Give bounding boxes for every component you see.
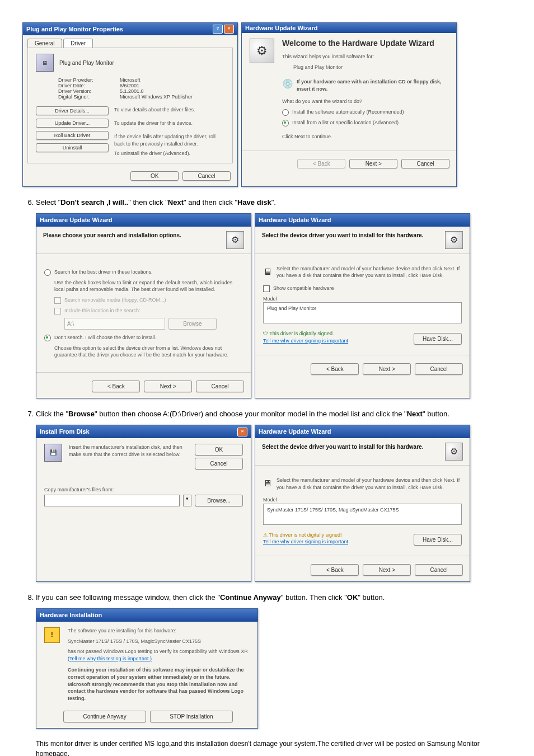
wizard-icon: ⚙ [445, 231, 463, 249]
warn-line4: Continuing your installation of this sof… [68, 666, 250, 702]
update-driver-button[interactable]: Update Driver... [36, 119, 109, 128]
have-disk-button[interactable]: Have Disk... [414, 333, 462, 345]
ok-button[interactable]: OK [130, 171, 179, 181]
cd-icon: 💿 [282, 78, 293, 92]
wizard-icon: ⚙ [226, 231, 244, 249]
date-value: 6/6/2001 [120, 83, 139, 88]
dialog-heading: Please choose your search and installati… [43, 231, 219, 249]
cancel-button[interactable]: Cancel [401, 159, 449, 168]
model-list[interactable]: SyncMaster 171S/ 175S/ 170S, MagicSyncMa… [263, 504, 462, 525]
search-options-dialog: Hardware Update Wizard Please choose you… [36, 213, 251, 398]
select-desc: Select the manufacturer and model of you… [277, 477, 462, 491]
browse-button[interactable]: Browse... [195, 495, 243, 506]
help-icon[interactable]: ? [213, 25, 223, 34]
step-8: If you can see following message window,… [36, 592, 515, 756]
select-desc: Select the manufacturer and model of you… [277, 265, 462, 279]
dropdown-icon[interactable]: ▾ [183, 495, 191, 506]
wizard-welcome-dialog: Hardware Update Wizard ⚙ Welcome to the … [241, 22, 457, 187]
radio-dontsearch[interactable] [44, 335, 51, 341]
opt-dontsearch-desc: Choose this option to select the device … [54, 345, 243, 359]
warn-line3: has not passed Windows Logo testing to v… [68, 648, 250, 655]
browse-button: Browse [168, 318, 217, 330]
step-8-text: If you can see following message window,… [36, 593, 385, 602]
close-icon[interactable]: × [237, 428, 247, 436]
warn-link[interactable]: (Tell me why this testing is important.) [68, 655, 250, 663]
select-driver-dialog-2: Hardware Update Wizard Select the device… [255, 425, 470, 581]
info-icon: 🖥 [263, 477, 272, 491]
wizard-question: What do you want the wizard to do? [282, 98, 448, 105]
shield-icon: 🛡 [263, 331, 269, 336]
chk-compat[interactable] [263, 285, 270, 292]
wizard-heading: Welcome to the Hardware Update Wizard [282, 39, 448, 48]
driver-details-button[interactable]: Driver Details... [36, 106, 109, 115]
back-button[interactable]: < Back [311, 564, 359, 576]
model-item[interactable]: SyncMaster 171S/ 175S/ 170S, MagicSyncMa… [267, 507, 399, 513]
rollback-driver-button[interactable]: Roll Back Driver [36, 131, 109, 140]
radio-auto[interactable] [282, 109, 289, 116]
signing-link[interactable]: Tell me why driver signing is important [263, 337, 348, 345]
uninstall-button[interactable]: Uninstall [36, 143, 109, 152]
chk-media [54, 297, 61, 304]
provider-value: Microsoft [120, 77, 140, 83]
wizard-line2: Plug and Play Monitor [293, 64, 448, 71]
next-button[interactable]: Next > [144, 381, 192, 392]
chk-location [54, 308, 61, 314]
floppy-icon: 💾 [44, 444, 62, 462]
dialog-title: Install From Disk [40, 427, 90, 436]
step-6: Select "Don't search ,I will.." then cli… [36, 197, 515, 398]
copy-from-label: Copy manufacturer's files from: [44, 486, 243, 494]
cancel-button[interactable]: Cancel [182, 171, 231, 181]
next-button[interactable]: Next > [363, 564, 411, 576]
have-disk-button[interactable]: Have Disk... [414, 534, 462, 546]
path-input: A:\ [64, 318, 165, 330]
close-icon[interactable]: × [224, 25, 234, 34]
model-list[interactable]: Plug and Play Monitor [263, 302, 462, 323]
wizard-title-bar: Hardware Update Wizard [242, 23, 456, 33]
cancel-button[interactable]: Cancel [415, 564, 463, 576]
properties-title-bar: Plug and Play Monitor Properties ? × [23, 23, 237, 35]
tab-driver[interactable]: Driver [63, 39, 93, 48]
wizard-line1: This wizard helps you install software f… [282, 53, 448, 60]
next-button[interactable]: Next > [349, 159, 397, 168]
cancel-button[interactable]: Cancel [196, 381, 244, 392]
monitor-icon: 🖥 [36, 54, 54, 72]
step-8-note: This monitor driver is under certified M… [36, 739, 515, 756]
next-button[interactable]: Next > [363, 363, 411, 375]
uninstall-desc: To uninstall the driver (Advanced). [114, 150, 224, 157]
path-input[interactable] [44, 495, 180, 506]
update-desc: To update the driver for this device. [114, 120, 224, 133]
warn-line2: SyncMaster 171S/ 175S / 170S, MagicSyncM… [68, 638, 250, 645]
stop-installation-button[interactable]: STOP Installation [150, 711, 233, 722]
cancel-button[interactable]: Cancel [415, 363, 463, 375]
ok-button[interactable]: OK [195, 444, 243, 456]
back-button[interactable]: < Back [311, 363, 359, 375]
warn-line1: The software you are installing for this… [68, 627, 250, 635]
radio-search[interactable] [44, 269, 51, 276]
dialog-title: Plug and Play Monitor Properties [26, 26, 123, 32]
properties-dialog: Plug and Play Monitor Properties ? × Gen… [22, 22, 238, 187]
chk-location-label: Include this location in the search: [64, 307, 140, 314]
continue-anyway-button[interactable]: Continue Anyway [63, 711, 146, 722]
device-name: Plug and Play Monitor [59, 60, 114, 66]
model-item[interactable]: Plug and Play Monitor [267, 306, 316, 311]
opt-advanced: Install from a list or specific location… [292, 119, 399, 126]
dialog-title: Hardware Update Wizard [245, 25, 318, 31]
warning-icon: ! [44, 627, 60, 643]
provider-label: Driver Provider: [58, 77, 120, 83]
signed-text: This driver is digitally signed. [269, 331, 334, 336]
tab-general[interactable]: General [27, 39, 62, 48]
model-label: Model [263, 496, 462, 504]
cd-hint: If your hardware came with an installati… [297, 78, 448, 92]
dialog-heading: Select the device driver you want to ins… [262, 231, 438, 249]
install-from-disk-dialog: Install From Disk × 💾 Insert the manufac… [36, 425, 251, 581]
back-button[interactable]: < Back [92, 381, 140, 392]
warning-icon: ⚠ [263, 532, 269, 538]
radio-advanced[interactable] [282, 120, 289, 126]
signing-link[interactable]: Tell me why driver signing is important [263, 538, 348, 546]
dialog-title: Hardware Update Wizard [40, 215, 113, 225]
hardware-installation-dialog: Hardware Installation ! The software you… [36, 608, 258, 729]
wizard-icon: ⚙ [445, 443, 463, 461]
chk-media-label: Search removable media (floppy, CD-ROM..… [64, 297, 166, 304]
cancel-button[interactable]: Cancel [195, 458, 243, 469]
opt-search-desc: Use the check boxes below to limit or ex… [54, 279, 243, 293]
